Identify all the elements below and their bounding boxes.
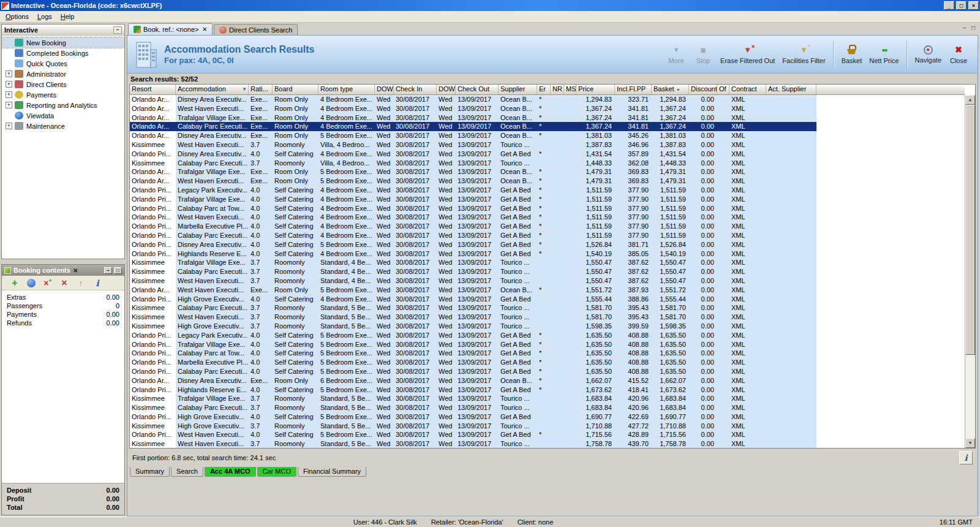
column-header-dow[interactable]: DOW	[375, 85, 394, 94]
bottom-tab-financial-summary[interactable]: Financial Summary	[298, 467, 366, 477]
sidebar-item-viewdata[interactable]: Viewdata	[2, 110, 124, 121]
tab-close-icon[interactable]: ✕	[203, 26, 208, 32]
scroll-down-arrow[interactable]: ▼	[965, 438, 975, 448]
booking-toolbar-delete-item-button[interactable]	[59, 278, 70, 289]
column-header-rati[interactable]: Rati...	[249, 85, 273, 94]
column-header-of[interactable]: Of	[717, 85, 729, 94]
expand-icon[interactable]: +	[6, 123, 12, 129]
table-row[interactable]: Orlando Ar...Calabay Parc Executi...Exe.…	[130, 122, 816, 131]
table-row[interactable]: Orlando Pri...West Haven Executi...4.0Se…	[130, 430, 816, 439]
menu-logs[interactable]: Logs	[33, 12, 56, 21]
table-row[interactable]: Orlando Pri...Highlands Reserve E...4.0S…	[130, 385, 816, 395]
column-header-room-type[interactable]: Room type	[318, 85, 375, 94]
table-row[interactable]: KissimmeeTrafalgar Village Exe...3.7Room…	[130, 394, 816, 403]
close-booking-contents-icon[interactable]: ✕	[73, 267, 78, 274]
maximize-button[interactable]	[956, 1, 967, 10]
close-window-button[interactable]	[968, 1, 979, 10]
bottom-tab-summary[interactable]: Summary	[130, 467, 170, 477]
table-row[interactable]: Orlando Ar...Trafalgar Village Exe...Exe…	[130, 113, 816, 123]
table-row[interactable]: Orlando Pri...Legacy Park Executiv...4.0…	[130, 331, 816, 340]
sidebar-item-administrator[interactable]: +Administrator	[2, 69, 124, 79]
booking-toolbar-add-item-button[interactable]	[9, 278, 20, 289]
table-row[interactable]: Orlando Pri...Highlands Reserve E...4.0S…	[130, 249, 816, 259]
table-row[interactable]: Orlando Pri...Calabay Parc at Tow...4.0S…	[130, 204, 816, 213]
sidebar-item-direct-clients[interactable]: +Direct Clients	[2, 79, 124, 89]
table-row[interactable]: Orlando Pri...West Haven Executi...4.0Se…	[130, 213, 816, 222]
filter-icon[interactable]: ▼	[242, 86, 247, 92]
tab-direct-clients-search[interactable]: Direct Clients Search	[214, 24, 298, 35]
bottom-tab-search[interactable]: Search	[171, 467, 203, 477]
booking-toolbar-move-up-button[interactable]	[75, 278, 86, 289]
navigate-button[interactable]: Navigate	[912, 39, 944, 70]
expand-icon[interactable]: +	[6, 102, 12, 108]
sidebar-item-payments[interactable]: +Payments	[2, 89, 124, 100]
column-header-price[interactable]: Price	[576, 85, 615, 94]
booking-toolbar-replace-item-button[interactable]	[42, 278, 53, 289]
tab-book-ref-none[interactable]: Book. ref.: <none>✕	[128, 23, 213, 35]
menu-help[interactable]: Help	[56, 12, 79, 21]
sidebar-item-new-booking[interactable]: New Booking	[2, 37, 124, 48]
table-row[interactable]: Orlando Pri...Legacy Park Executiv...4.0…	[130, 186, 816, 195]
table-row[interactable]: Orlando Ar...West Haven Executi...Exe...…	[130, 176, 816, 186]
table-row[interactable]: KissimmeeWest Haven Executi...3.7Roomonl…	[130, 313, 816, 322]
expand-icon[interactable]: +	[6, 70, 12, 77]
collapse-panel-button[interactable]	[113, 26, 122, 34]
column-header-er[interactable]: Er	[537, 85, 551, 94]
table-row[interactable]: Orlando Ar...West Haven Executi...Exe...…	[130, 104, 816, 113]
table-row[interactable]: KissimmeeHigh Grove Executiv...3.7Roomon…	[130, 422, 816, 431]
table-row[interactable]: Orlando Pri...Trafalgar Village Exe...4.…	[130, 195, 816, 204]
mdi-minimize-icon[interactable]: −	[963, 25, 967, 31]
table-row[interactable]: Orlando Pri...Calabay Parc Executi...4.0…	[130, 231, 816, 240]
table-row[interactable]: KissimmeeCalabay Parc Executi...3.7Roomo…	[130, 267, 816, 276]
column-header-dow[interactable]: DOW	[437, 85, 456, 94]
sidebar-item-reporting-and-analytics[interactable]: +Reporting and Analytics	[2, 100, 124, 110]
column-header-nr[interactable]: NR	[551, 85, 564, 94]
table-row[interactable]: Orlando Pri...Trafalgar Village Exe...4.…	[130, 340, 816, 349]
booking-minimize-button[interactable]	[104, 267, 112, 274]
column-header-check-out[interactable]: Check Out	[456, 85, 499, 94]
expand-icon[interactable]: +	[6, 81, 12, 88]
booking-toolbar-web-button[interactable]	[26, 278, 37, 289]
sidebar-item-quick-quotes[interactable]: Quick Quotes	[2, 58, 124, 69]
table-row[interactable]: KissimmeeWest Haven Executi...3.7Roomonl…	[130, 439, 816, 448]
table-row[interactable]: Orlando Pri...Marbella Executive Pl...4.…	[130, 222, 816, 231]
table-row[interactable]: Orlando Pri...High Grove Executiv...4.0S…	[130, 295, 816, 304]
column-header-act-supplier[interactable]: Act. Supplier	[766, 85, 816, 94]
close-button[interactable]: Close	[946, 39, 971, 70]
column-header-board[interactable]: Board	[273, 85, 318, 94]
mdi-restore-icon[interactable]: □	[971, 25, 975, 31]
booking-maximize-button[interactable]	[114, 267, 122, 274]
column-header-accommodation[interactable]: Accommodation▼	[176, 85, 249, 94]
table-row[interactable]: KissimmeeWest Haven Executi...3.7Roomonl…	[130, 276, 816, 286]
column-header-check-in[interactable]: Check In	[394, 85, 437, 94]
basket-button[interactable]: Basket	[839, 39, 865, 70]
scroll-thumb[interactable]	[965, 105, 975, 355]
expand-icon[interactable]: +	[6, 91, 12, 98]
table-row[interactable]: KissimmeeCalabay Parc Executi...3.7Roomo…	[130, 303, 816, 313]
table-row[interactable]: KissimmeeWest Haven Executi...3.7Roomonl…	[130, 140, 816, 150]
table-row[interactable]: Orlando Pri...Marbella Executive Pl...4.…	[130, 358, 816, 367]
column-header-discount[interactable]: Discount	[689, 85, 717, 94]
bottom-tab-car-mco[interactable]: Car MCO	[257, 467, 296, 477]
table-row[interactable]: KissimmeeCalabay Parc Executi...3.7Roomo…	[130, 403, 816, 412]
table-row[interactable]: Orlando Ar...Trafalgar Village Exe...Exe…	[130, 167, 816, 176]
booking-toolbar-info-button[interactable]	[92, 278, 103, 289]
column-header-resort[interactable]: Resort	[130, 85, 176, 94]
table-row[interactable]: Orlando Pri...Calabay Parc Executi...4.0…	[130, 367, 816, 376]
table-row[interactable]: KissimmeeHigh Grove Executiv...3.7Roomon…	[130, 322, 816, 331]
nett-price-button[interactable]: Nett Price	[866, 39, 902, 70]
table-row[interactable]: Orlando Ar...Disney Area Executiv...Exe.…	[130, 376, 816, 385]
column-header-supplier[interactable]: Supplier	[499, 85, 537, 94]
table-row[interactable]: Orlando Ar...West Haven Executi...Exe...…	[130, 286, 816, 295]
facilities-filter-button[interactable]: Facilities Filter	[779, 39, 828, 70]
sidebar-item-maintenance[interactable]: +Maintenance	[2, 121, 124, 131]
table-row[interactable]: Orlando Pri...Disney Area Executiv...4.0…	[130, 150, 816, 159]
erase-filtered-out-button[interactable]: Erase Filtered Out	[717, 39, 778, 70]
column-header-incl-fl-pp[interactable]: Incl.Fl.PP	[615, 85, 652, 94]
info-button[interactable]	[959, 451, 973, 464]
table-row[interactable]: Orlando Ar...Disney Area Executiv...Exe.…	[130, 131, 816, 140]
table-row[interactable]: Orlando Ar...Disney Area Executiv...Exe.…	[130, 95, 816, 104]
minimize-button[interactable]	[944, 1, 954, 10]
table-row[interactable]: KissimmeeCalabay Parc Executi...3.7Roomo…	[130, 159, 816, 168]
column-header-ms[interactable]: MS	[564, 85, 576, 94]
